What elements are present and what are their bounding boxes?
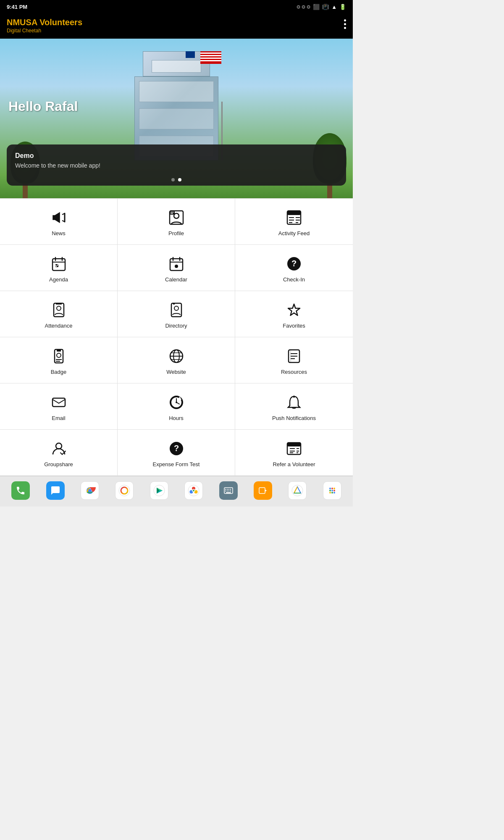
- dock-play-store[interactable]: [150, 481, 168, 500]
- attendance-icon: [50, 301, 68, 319]
- menu-label-news: News: [52, 230, 66, 236]
- header-menu-button[interactable]: [344, 18, 346, 29]
- megaphone-icon: [50, 208, 68, 227]
- svg-rect-94: [259, 488, 265, 494]
- dock-messages[interactable]: [46, 481, 65, 500]
- wifi-icon: ▲: [331, 4, 337, 10]
- svg-rect-92: [230, 491, 231, 491]
- svg-marker-34: [288, 304, 300, 315]
- signal-icon: ⊙ ⊙ ⊙: [297, 4, 310, 10]
- menu-item-favorites[interactable]: Favorites: [235, 291, 353, 337]
- menu-item-website[interactable]: Website: [118, 337, 235, 383]
- menu-label-attendance: Attendance: [45, 323, 73, 329]
- directory-icon: [167, 301, 186, 319]
- dock-phone[interactable]: [11, 481, 30, 500]
- svg-point-107: [331, 492, 333, 494]
- battery-icon: 🔋: [339, 4, 346, 10]
- dot-3: [344, 27, 346, 29]
- svg-rect-5: [170, 211, 175, 215]
- svg-rect-16: [52, 259, 65, 270]
- svg-rect-50: [52, 398, 65, 407]
- svg-rect-9: [287, 211, 301, 215]
- dot-1: [344, 19, 346, 21]
- hero-dot-2[interactable]: [178, 178, 181, 181]
- menu-item-badge[interactable]: Badge: [0, 337, 118, 383]
- push-notifications-icon: [285, 393, 303, 412]
- website-icon: [167, 347, 186, 365]
- building-window: [152, 60, 201, 73]
- svg-point-102: [333, 488, 335, 489]
- bottom-dock: [0, 476, 353, 507]
- menu-label-refer-volunteer: Refer a Volunteer: [273, 461, 315, 467]
- menu-label-favorites: Favorites: [283, 323, 305, 329]
- hero-card-body: Welcome to the new mobile app!: [15, 162, 338, 169]
- svg-point-100: [329, 488, 331, 489]
- hero-greeting: Hello Rafal: [8, 99, 78, 114]
- menu-label-resources: Resources: [281, 369, 307, 375]
- svg-point-108: [333, 492, 335, 494]
- building-top: [143, 51, 210, 76]
- favorites-icon: [285, 301, 303, 319]
- dock-chrome[interactable]: [81, 481, 99, 500]
- expense-form-icon: ?: [167, 439, 186, 458]
- app-title: NMUSA Volunteers: [7, 18, 82, 27]
- menu-item-refer-volunteer[interactable]: Refer a Volunteer: [235, 430, 353, 476]
- svg-rect-89: [225, 491, 226, 491]
- dock-drive[interactable]: [288, 481, 307, 500]
- screen-rotate-icon: ⬛: [313, 4, 320, 10]
- svg-point-32: [174, 306, 178, 310]
- menu-item-attendance[interactable]: Attendance: [0, 291, 118, 337]
- svg-marker-95: [265, 489, 267, 492]
- menu-item-directory[interactable]: Directory: [118, 291, 235, 337]
- svg-point-105: [333, 490, 335, 491]
- menu-item-profile[interactable]: Profile: [118, 199, 235, 245]
- groupshare-icon: [50, 439, 68, 458]
- agenda-icon: [50, 255, 68, 273]
- status-bar: 9:41 PM ⊙ ⊙ ⊙ ⬛ 📳 ▲ 🔋: [0, 0, 353, 13]
- check-in-icon: ?: [285, 255, 303, 273]
- menu-label-groupshare: Groupshare: [44, 461, 73, 467]
- menu-label-profile: Profile: [168, 230, 184, 236]
- menu-grid: News Profile: [0, 198, 353, 476]
- menu-item-resources[interactable]: Resources: [235, 337, 353, 383]
- svg-point-104: [331, 490, 333, 491]
- dock-app-drawer[interactable]: [323, 481, 341, 500]
- svg-rect-88: [230, 489, 231, 490]
- vibrate-icon: 📳: [322, 4, 329, 10]
- menu-label-directory: Directory: [165, 323, 187, 329]
- menu-item-email[interactable]: Email: [0, 383, 118, 430]
- app-subtitle: Digital Cheetah: [7, 28, 82, 34]
- svg-rect-93: [226, 492, 231, 493]
- svg-point-29: [57, 306, 61, 310]
- svg-rect-39: [57, 349, 61, 352]
- hero-building: [105, 51, 248, 160]
- hero-carousel-dots: [171, 178, 181, 181]
- svg-text:?: ?: [173, 444, 178, 453]
- menu-item-activity-feed[interactable]: Activity Feed: [235, 199, 353, 245]
- svg-point-71: [88, 489, 92, 492]
- hero-section: Hello Rafal Demo Welcome to the new mobi…: [0, 39, 353, 198]
- menu-item-hours[interactable]: Hours: [118, 383, 235, 430]
- menu-item-push-notifications[interactable]: Push Notifications: [235, 383, 353, 430]
- menu-item-news[interactable]: News: [0, 199, 118, 245]
- menu-label-activity-feed: Activity Feed: [278, 230, 310, 236]
- dot-2: [344, 23, 346, 25]
- status-time: 9:41 PM: [7, 4, 27, 10]
- menu-item-expense-form-test[interactable]: ? Expense Form Test: [118, 430, 235, 476]
- dock-assistant[interactable]: [115, 481, 134, 500]
- menu-item-agenda[interactable]: Agenda: [0, 245, 118, 291]
- menu-item-groupshare[interactable]: Groupshare: [0, 430, 118, 476]
- profile-icon: [167, 208, 186, 227]
- menu-label-push-notifications: Push Notifications: [272, 415, 316, 421]
- menu-item-check-in[interactable]: ? Check-In: [235, 245, 353, 291]
- hero-dot-1[interactable]: [171, 178, 175, 181]
- svg-point-83: [193, 490, 194, 491]
- dock-photos[interactable]: [184, 481, 203, 500]
- menu-item-calendar[interactable]: Calendar: [118, 245, 235, 291]
- menu-label-badge: Badge: [51, 369, 67, 375]
- svg-rect-86: [227, 489, 228, 490]
- svg-rect-90: [227, 491, 228, 491]
- dock-screen-recorder[interactable]: [254, 481, 272, 500]
- dock-keyboard[interactable]: [219, 481, 238, 500]
- svg-point-25: [175, 265, 178, 268]
